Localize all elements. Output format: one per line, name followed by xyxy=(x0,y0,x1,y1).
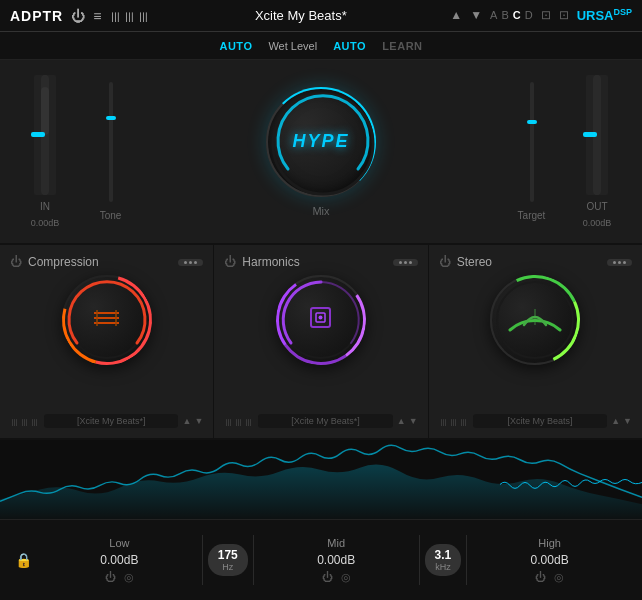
harm-nav-up[interactable]: ▲ xyxy=(397,416,406,426)
copy-icon-1[interactable]: ⊡ xyxy=(541,8,551,22)
mid-value[interactable]: 0.00dB xyxy=(317,553,355,567)
preset-a[interactable]: A xyxy=(490,9,497,21)
target-slider-group: Target xyxy=(504,82,559,221)
compression-title: Compression xyxy=(28,255,172,269)
tone-slider-group: Tone xyxy=(83,82,138,221)
mid-headphone-icon[interactable]: ◎ xyxy=(341,571,351,584)
out-slider-group: OUT 0.00dB xyxy=(567,75,627,228)
high-controls: ⏻ ◎ xyxy=(535,571,564,584)
hype-section: HYPE Mix xyxy=(138,87,504,217)
arrow-up-icon[interactable]: ▲ xyxy=(450,8,462,22)
power-icon[interactable]: ⏻ xyxy=(71,8,85,24)
eq-divider-1 xyxy=(202,535,203,585)
harm-nav-down[interactable]: ▼ xyxy=(409,416,418,426)
harmonics-power[interactable]: ⏻ xyxy=(224,255,236,269)
low-controls: ⏻ ◎ xyxy=(105,571,134,584)
ursa-logo: URSADSP xyxy=(577,7,632,23)
arrow-down-icon[interactable]: ▼ xyxy=(470,8,482,22)
mid-band: Mid 0.00dB ⏻ ◎ xyxy=(259,537,414,584)
freq-low-unit: Hz xyxy=(218,562,238,572)
stereo-menu[interactable] xyxy=(607,259,632,266)
high-label: High xyxy=(538,537,561,549)
comp-nav: ▲ ▼ xyxy=(182,416,203,426)
preset-c[interactable]: C xyxy=(513,9,521,21)
stereo-nav-up[interactable]: ▲ xyxy=(611,416,620,426)
in-value: 0.00dB xyxy=(31,218,60,228)
auto-right[interactable]: AUTO xyxy=(333,40,366,52)
eq-divider-3 xyxy=(419,535,420,585)
freq-high-unit: kHz xyxy=(435,562,452,572)
spectrum-svg xyxy=(0,440,642,519)
stereo-nav-down[interactable]: ▼ xyxy=(623,416,632,426)
comp-preset: [Xcite My Beats*] xyxy=(44,414,178,428)
harm-waveform-icon: ⫼⫼⫼ xyxy=(224,416,254,427)
compression-knob[interactable] xyxy=(62,275,152,365)
compression-module: ⏻ Compression ⫼⫼⫼ [X xyxy=(0,245,214,438)
wet-level-label: Wet Level xyxy=(268,40,317,52)
harmonics-menu[interactable] xyxy=(393,259,418,266)
stereo-power[interactable]: ⏻ xyxy=(439,255,451,269)
harmonics-knob[interactable] xyxy=(276,275,366,365)
low-value[interactable]: 0.00dB xyxy=(100,553,138,567)
menu-icon[interactable]: ≡ xyxy=(93,8,101,24)
adptr-logo: ADPTR xyxy=(10,8,63,24)
hype-knob[interactable]: HYPE xyxy=(266,87,376,197)
in-label: IN xyxy=(40,201,50,212)
compression-icon xyxy=(89,305,124,335)
eq-lock-icon[interactable]: 🔒 xyxy=(15,552,32,568)
low-band: Low 0.00dB ⏻ ◎ xyxy=(42,537,197,584)
harmonics-title: Harmonics xyxy=(242,255,386,269)
target-label: Target xyxy=(518,210,546,221)
in-slider[interactable] xyxy=(34,75,56,195)
freq-pill-low[interactable]: 175 Hz xyxy=(208,544,248,576)
preset-nav: A B C D xyxy=(490,9,533,21)
top-right: ▲ ▼ A B C D ⊡ ⊡ URSADSP xyxy=(450,7,632,23)
comp-nav-down[interactable]: ▼ xyxy=(194,416,203,426)
svg-point-10 xyxy=(319,316,323,320)
bars-icon[interactable]: ⫼⫼⫼ xyxy=(109,8,151,24)
freq-pill-high[interactable]: 3.1 kHz xyxy=(425,544,462,576)
harm-preset: [Xcite My Beats*] xyxy=(258,414,392,428)
comp-nav-up[interactable]: ▲ xyxy=(182,416,191,426)
eq-divider-2 xyxy=(253,535,254,585)
high-value[interactable]: 0.00dB xyxy=(531,553,569,567)
eq-divider-4 xyxy=(466,535,467,585)
harmonics-module: ⏻ Harmonics ⫼⫼⫼ [Xcite My Beats*] xyxy=(214,245,428,438)
target-slider[interactable] xyxy=(530,82,534,202)
mid-power-icon[interactable]: ⏻ xyxy=(322,571,333,583)
stereo-knob[interactable] xyxy=(490,275,580,365)
stereo-header: ⏻ Stereo xyxy=(439,255,632,269)
out-value: 0.00dB xyxy=(583,218,612,228)
freq-high-value: 3.1 xyxy=(435,548,452,562)
stereo-nav: ▲ ▼ xyxy=(611,416,632,426)
preset-d[interactable]: D xyxy=(525,9,533,21)
eq-bar: 🔒 Low 0.00dB ⏻ ◎ 175 Hz Mid 0.00dB ⏻ ◎ 3… xyxy=(0,520,642,600)
top-bar: ADPTR ⏻ ≡ ⫼⫼⫼ Xcite My Beats* ▲ ▼ A B C … xyxy=(0,0,642,32)
high-headphone-icon[interactable]: ◎ xyxy=(554,571,564,584)
high-band: High 0.00dB ⏻ ◎ xyxy=(472,537,627,584)
tone-slider[interactable] xyxy=(109,82,113,202)
mid-label: Mid xyxy=(327,537,345,549)
compression-bottom: ⫼⫼⫼ [Xcite My Beats*] ▲ ▼ xyxy=(10,414,203,428)
low-label: Low xyxy=(109,537,129,549)
high-power-icon[interactable]: ⏻ xyxy=(535,571,546,583)
compression-menu[interactable] xyxy=(178,259,203,266)
spectrum-area xyxy=(0,440,642,520)
main-controls: IN 0.00dB Tone HYPE Mix Target OUT xyxy=(0,60,642,245)
learn-button[interactable]: LEARN xyxy=(382,40,422,52)
harm-nav: ▲ ▼ xyxy=(397,416,418,426)
low-power-icon[interactable]: ⏻ xyxy=(105,571,116,583)
low-headphone-icon[interactable]: ◎ xyxy=(124,571,134,584)
auto-left[interactable]: AUTO xyxy=(219,40,252,52)
hype-text: HYPE xyxy=(292,131,349,152)
compression-header: ⏻ Compression xyxy=(10,255,203,269)
stereo-bottom: ⫼⫼⫼ [Xcite My Beats] ▲ ▼ xyxy=(439,414,632,428)
comp-waveform-icon: ⫼⫼⫼ xyxy=(10,416,40,427)
freq-low-value: 175 xyxy=(218,548,238,562)
copy-icon-2[interactable]: ⊡ xyxy=(559,8,569,22)
harmonics-header: ⏻ Harmonics xyxy=(224,255,417,269)
compression-power[interactable]: ⏻ xyxy=(10,255,22,269)
wet-bar: AUTO Wet Level AUTO LEARN xyxy=(0,32,642,60)
out-slider[interactable] xyxy=(586,75,608,195)
preset-b[interactable]: B xyxy=(501,9,508,21)
